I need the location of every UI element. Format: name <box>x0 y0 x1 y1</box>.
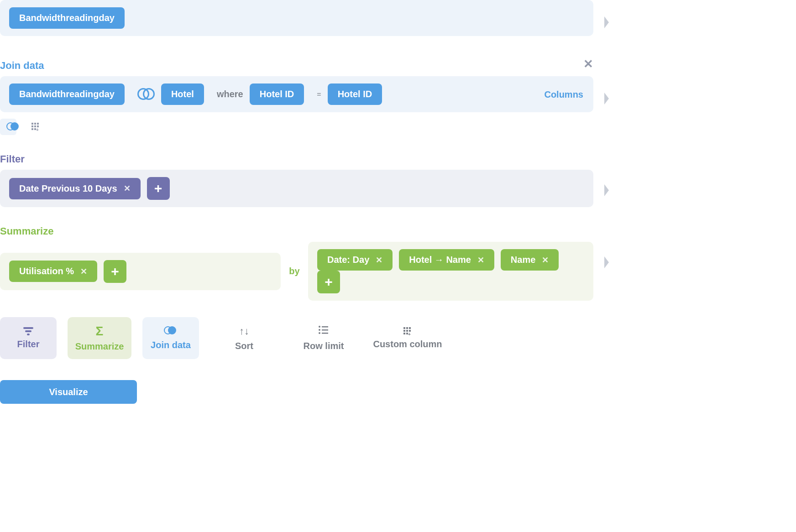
source-table-label: Bandwidthreadingday <box>19 13 115 23</box>
grid-plus-icon: + <box>31 123 40 131</box>
join-panel: Bandwidthreadingday Hotel where Hotel ID… <box>0 76 593 112</box>
action-summarize-tile[interactable]: Σ Summarize <box>68 317 131 359</box>
group-chip-label: Name <box>511 255 535 265</box>
columns-link-label: Columns <box>544 89 583 99</box>
svg-point-4 <box>319 332 320 334</box>
where-label: where <box>217 89 243 99</box>
collapse-handle-icon[interactable] <box>603 92 611 105</box>
aggregate-chip[interactable]: Utilisation % ✕ <box>9 261 97 282</box>
remove-aggregate-icon[interactable]: ✕ <box>80 266 87 276</box>
group-chip[interactable]: Name ✕ <box>501 249 559 271</box>
add-custom-column-button[interactable]: + <box>27 119 44 135</box>
group-chip[interactable]: Hotel → Name ✕ <box>399 249 494 271</box>
venn-icon <box>164 326 178 336</box>
filter-section-label: Filter <box>0 153 612 165</box>
action-filter-label: Filter <box>17 339 40 349</box>
action-sort-label: Sort <box>235 341 253 351</box>
action-summarize-label: Summarize <box>75 341 124 352</box>
group-chip-label: Hotel → Name <box>409 255 471 265</box>
data-source-panel: Bandwidthreadingday <box>0 0 593 36</box>
grid-plus-icon: + <box>403 327 412 335</box>
filter-panel: Date Previous 10 Days ✕ + <box>0 170 593 207</box>
svg-point-2 <box>319 329 320 331</box>
remove-group-icon[interactable]: ✕ <box>542 255 549 265</box>
sigma-icon: Σ <box>96 325 104 338</box>
remove-join-button[interactable]: ✕ <box>583 57 593 71</box>
add-aggregate-button[interactable]: + <box>104 260 126 283</box>
join-right-key-chip[interactable]: Hotel ID <box>328 83 382 105</box>
join-mini-tools: + <box>0 119 612 135</box>
venn-icon[interactable] <box>137 88 155 101</box>
join-right-table-chip[interactable]: Hotel <box>161 83 204 105</box>
summarize-aggregates-panel: Utilisation % ✕ + <box>0 253 281 290</box>
filter-chip-label: Date Previous 10 Days <box>19 183 117 194</box>
aggregate-chip-label: Utilisation % <box>19 266 74 276</box>
join-section-label: Join data <box>0 60 44 72</box>
remove-filter-icon[interactable]: ✕ <box>124 183 131 193</box>
action-tiles-row: Filter Σ Summarize Join data ↑↓ Sort <box>0 317 612 359</box>
venn-icon <box>6 122 10 131</box>
sort-icon: ↑↓ <box>239 325 249 337</box>
join-left-table-label: Bandwidthreadingday <box>19 89 115 99</box>
visualize-button[interactable]: Visualize <box>0 380 137 404</box>
columns-link[interactable]: Columns <box>544 89 583 99</box>
svg-point-0 <box>319 326 320 328</box>
group-chip-label: Date: Day <box>327 255 369 265</box>
collapse-handle-icon[interactable] <box>603 183 611 197</box>
action-filter-tile[interactable]: Filter <box>0 317 57 359</box>
action-row-limit-label: Row limit <box>304 341 344 351</box>
summarize-groups-panel: Date: Day ✕ Hotel → Name ✕ Name ✕ + <box>308 242 593 301</box>
filter-icon <box>23 327 33 335</box>
join-left-key-label: Hotel ID <box>260 89 294 99</box>
svg-rect-5 <box>322 333 328 334</box>
add-group-button[interactable]: + <box>317 271 340 293</box>
add-filter-button[interactable]: + <box>147 177 170 200</box>
join-right-key-label: Hotel ID <box>338 89 372 99</box>
join-left-table-chip[interactable]: Bandwidthreadingday <box>9 83 125 105</box>
svg-rect-3 <box>322 329 328 331</box>
source-table-chip[interactable]: Bandwidthreadingday <box>9 7 125 29</box>
row-limit-icon <box>318 325 329 337</box>
remove-group-icon[interactable]: ✕ <box>477 255 484 265</box>
by-label: by <box>281 266 308 276</box>
action-sort-tile[interactable]: ↑↓ Sort <box>210 317 278 359</box>
action-join-label: Join data <box>151 340 191 350</box>
add-join-button[interactable] <box>0 119 16 135</box>
join-right-table-label: Hotel <box>171 89 194 99</box>
remove-group-icon[interactable]: ✕ <box>376 255 382 265</box>
collapse-handle-icon[interactable] <box>603 256 611 269</box>
visualize-label: Visualize <box>49 387 88 397</box>
action-custom-column-label: Custom column <box>373 339 442 349</box>
equals-label: = <box>317 90 321 99</box>
action-custom-column-tile[interactable]: + Custom column <box>369 317 446 359</box>
action-join-tile[interactable]: Join data <box>142 317 199 359</box>
svg-rect-1 <box>322 326 328 328</box>
join-left-key-chip[interactable]: Hotel ID <box>250 83 304 105</box>
group-chip[interactable]: Date: Day ✕ <box>317 249 393 271</box>
filter-chip[interactable]: Date Previous 10 Days ✕ <box>9 178 141 199</box>
action-row-limit-tile[interactable]: Row limit <box>289 317 358 359</box>
summarize-section-label: Summarize <box>0 225 612 237</box>
collapse-handle-icon[interactable] <box>603 16 611 29</box>
